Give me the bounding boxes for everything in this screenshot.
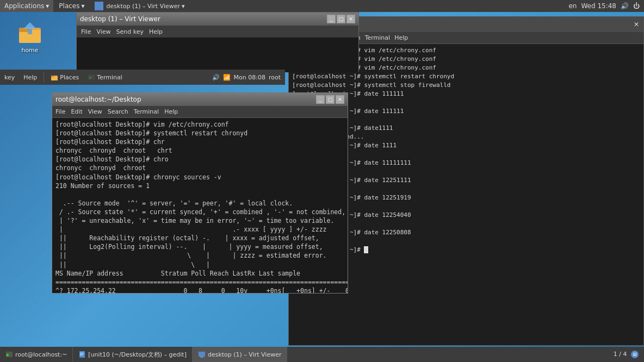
taskbar-virtviewer-label: desktop (1) – Virt Viewer [208,351,282,358]
t-menu-help[interactable]: Help [164,108,178,115]
home-icon-label: home [21,47,38,54]
chevron-down-icon: ▾ [46,2,49,10]
volume-status[interactable]: 🔊 [212,74,220,81]
key-label: key [4,74,15,81]
minimize-button[interactable]: _ [327,15,336,23]
help-label: Help [23,74,37,81]
virt-viewer-window-title: desktop (1) – Virt Viewer [80,15,160,23]
virt-window-menubar: File View Send key Help [77,26,358,38]
virt-viewer-window-titlebar: desktop (1) – Virt Viewer _ □ ✕ [77,13,358,26]
virt-viewer-bg-close[interactable]: ✕ [634,21,639,28]
taskbar-gedit[interactable]: [unit10 (~/Desktop/文档) – gedit] [73,347,193,362]
svg-text:>: > [89,76,92,80]
t-menu-view[interactable]: View [88,108,102,115]
terminal-menubar: File Edit View Search Terminal Help [52,106,348,118]
workspace-icon[interactable]: ⊞ [631,351,639,358]
home-icon-container[interactable]: home [11,19,49,54]
taskbar-terminal[interactable]: ▶ root@localhost:~ [0,347,73,362]
taskbar-page-indicator: 1 / 4 ⊞ [614,351,644,358]
user-status: root [269,74,281,81]
svg-rect-19 [199,352,205,357]
top-panel-left: Applications ▾ Places ▾ desktop (1) – Vi… [0,0,189,12]
places-menu[interactable]: Places ▾ [54,0,89,12]
close-button[interactable]: ✕ [346,15,355,23]
datetime-label: Wed 15:48 [581,2,616,10]
svg-marker-3 [23,22,36,29]
svg-rect-9 [51,77,58,80]
top-panel-right: en Wed 15:48 🔊 ⏻ [568,2,644,10]
taskbar-gedit-label: [unit10 (~/Desktop/文档) – gedit] [88,351,187,359]
places-btn-label: Places [60,74,79,81]
key-menu[interactable]: key [0,71,19,83]
terminal-title: root@localhost:~/Desktop [55,96,141,103]
t-menu-edit[interactable]: Edit [71,108,82,115]
t-menu-search[interactable]: Search [108,108,128,115]
bottom-taskbar: ▶ root@localhost:~ [unit10 (~/Desktop/文档… [0,347,644,362]
taskbar-virtviewer[interactable]: desktop (1) – Virt Viewer [193,347,288,362]
network-status: 📶 [223,74,231,81]
menu-help[interactable]: Help [394,34,408,41]
window-title-menu[interactable]: desktop (1) – Virt Viewer ▾ [90,0,189,12]
svg-rect-4 [28,29,32,34]
terminal-close[interactable]: ✕ [336,95,344,104]
status-area: 🔊 📶 Mon 08:08 root [212,74,285,81]
terminal-titlebar: root@localhost:~/Desktop _ □ ✕ [52,93,348,106]
applications-menu[interactable]: Applications ▾ [0,0,53,12]
help-menu[interactable]: Help [19,71,41,83]
menu-terminal[interactable]: Terminal [365,34,391,41]
taskbar-terminal-icon: ▶ [5,351,13,358]
home-folder-icon [17,19,43,45]
svg-rect-10 [51,76,54,77]
svg-rect-16 [80,353,84,353]
terminal-maximize[interactable]: □ [326,95,335,104]
virt-menu-file[interactable]: File [81,28,91,35]
taskbar-virtviewer-icon [198,351,206,358]
virt-menu-view[interactable]: View [96,28,110,35]
chevron-down-icon3: ▾ [182,3,185,10]
terminal-controls: _ □ ✕ [316,95,344,104]
places-icon [51,73,58,81]
virt-window-content [77,38,358,72]
locale-label: en [568,2,577,10]
places-label: Places [59,2,79,10]
applications-label: Applications [4,2,44,10]
virt-viewer-window: desktop (1) – Virt Viewer _ □ ✕ File Vie… [76,12,359,72]
virt-menu-send[interactable]: Send key [116,28,144,35]
terminal-icon: > [88,73,95,81]
terminal-content[interactable]: [root@localhost Desktop]# vim /etc/chron… [52,118,348,293]
taskbar-gedit-icon [78,351,86,358]
window-controls: _ □ ✕ [327,15,355,23]
svg-rect-20 [200,357,203,358]
desktop: Applications ▾ Places ▾ desktop (1) – Vi… [0,0,644,362]
t-menu-terminal[interactable]: Terminal [134,108,159,115]
top-panel: Applications ▾ Places ▾ desktop (1) – Vi… [0,0,644,12]
chevron-down-icon2: ▾ [82,2,85,10]
terminal-btn[interactable]: > Terminal [83,71,127,83]
svg-rect-18 [80,355,83,355]
window-menu-label: desktop (1) – Virt Viewer [107,3,181,10]
svg-text:▶: ▶ [7,353,10,357]
maximize-button[interactable]: □ [337,15,345,23]
terminal-minimize[interactable]: _ [316,95,325,104]
volume-icon[interactable]: 🔊 [621,2,629,10]
terminal-btn-label: Terminal [97,74,122,81]
svg-rect-17 [80,354,84,354]
taskbar-terminal-label: root@localhost:~ [15,351,67,358]
clock-status: Mon 08:08 [234,74,265,81]
terminal-window: root@localhost:~/Desktop _ □ ✕ File Edit… [52,92,348,294]
t-menu-file[interactable]: File [55,108,65,115]
virt-menu-help[interactable]: Help [149,28,163,35]
page-indicator: 1 / 4 [614,351,627,358]
second-bar: key Help Places > Terminal 🔊 📶 Mon 08:08 [0,70,285,85]
places-btn[interactable]: Places [46,71,83,83]
power-icon[interactable]: ⏻ [633,2,640,10]
